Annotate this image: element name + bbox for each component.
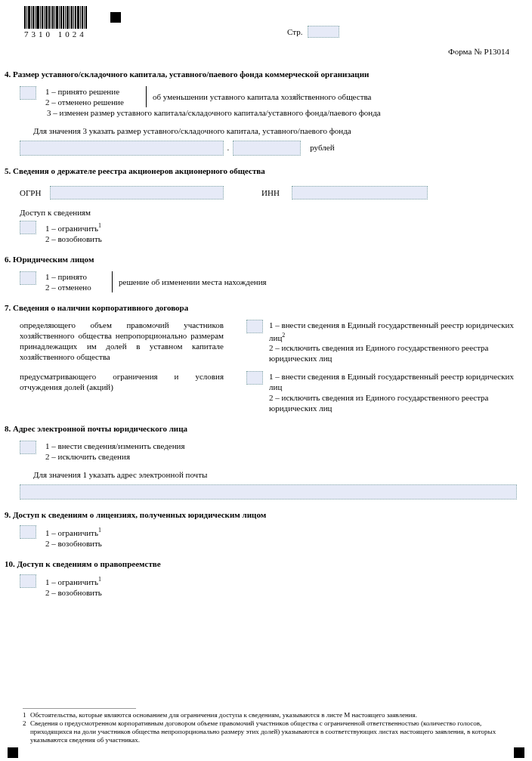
sup-1b: 1 — [98, 527, 101, 534]
alignment-marker — [110, 12, 121, 23]
field-5-access[interactable] — [20, 221, 36, 234]
s5-opt2: 2 – возобновить — [45, 234, 102, 244]
access-label: Доступ к сведениям — [20, 207, 518, 218]
sup-1a: 1 — [98, 222, 101, 229]
alignment-marker — [514, 747, 524, 758]
section-10: 10. Доступ к сведениям о правопреемстве … — [5, 559, 518, 598]
field-10-select[interactable] — [20, 574, 36, 588]
section-10-title: 10. Доступ к сведениям о правопреемстве — [5, 559, 518, 568]
page-field[interactable] — [308, 26, 339, 38]
section-9: 9. Доступ к сведениям о лицензиях, получ… — [5, 510, 518, 549]
barcode-text: 7310 1024 — [24, 29, 88, 39]
fn2-t: Сведения о предусмотренном корпоративным… — [30, 719, 509, 744]
field-7a[interactable] — [246, 320, 263, 333]
s7-leftA: определяющего объем правомочий участнико… — [20, 320, 224, 362]
barcode: 7310 1024 — [24, 6, 88, 39]
field-7b[interactable] — [246, 371, 263, 385]
s6-opt2: 2 – отменено — [45, 282, 106, 292]
s9-opt2: 2 – возобновить — [45, 538, 102, 549]
s7-r1b: 2 – исключить сведения из Единого госуда… — [269, 342, 518, 363]
section-7: 7. Сведения о наличии корпоративного дог… — [5, 303, 518, 414]
section-8-title: 8. Адрес электронной почты юридического … — [5, 424, 518, 433]
section-8: 8. Адрес электронной почты юридического … — [5, 424, 518, 500]
field-8-select[interactable] — [20, 441, 36, 454]
section-4-title: 4. Размер уставного/складочного капитала… — [5, 70, 518, 79]
fn2-n: 2 — [23, 719, 30, 744]
sup-2: 2 — [282, 332, 285, 339]
s4-side: об уменьшении уставного капитала хозяйст… — [153, 91, 371, 102]
ogrn-field[interactable] — [50, 186, 224, 200]
section-6-title: 6. Юридическим лицом — [5, 255, 518, 264]
inn-field[interactable] — [292, 186, 428, 200]
sup-1c: 1 — [98, 576, 101, 583]
str-label: Стр. — [287, 27, 302, 36]
s5-opt1: 1 – ограничить — [45, 224, 98, 233]
s4-opt1: 1 – принято решение — [45, 86, 140, 97]
field-9-select[interactable] — [20, 525, 36, 539]
field-6-select[interactable] — [20, 271, 36, 285]
s7-r2a: 1 – внести сведения в Единый государстве… — [269, 371, 518, 392]
capital-field-int[interactable] — [20, 141, 224, 156]
s4-opt3: 3 – изменен размер уставного капитала/ск… — [47, 107, 518, 118]
s7-leftB: предусматривающего ограничения и условия… — [20, 371, 224, 392]
s6-side: решение об изменении места нахождения — [119, 277, 267, 287]
section-4: 4. Размер уставного/складочного капитала… — [5, 70, 518, 156]
s7-r2b: 2 – исключить сведения из Единого госуда… — [269, 392, 518, 413]
alignment-marker — [8, 747, 18, 758]
s7-r1a: 1 – внести сведения в Единый государстве… — [269, 320, 514, 342]
email-field[interactable] — [20, 484, 517, 500]
form-number: Форма № Р13014 — [448, 47, 509, 56]
field-4-select[interactable] — [20, 86, 36, 100]
s10-opt1: 1 – ограничить — [45, 577, 98, 586]
section-6: 6. Юридическим лицом 1 – принято 2 – отм… — [5, 255, 518, 292]
rub-label: рублей — [310, 143, 334, 152]
s8-opt2: 2 – исключить сведения — [45, 451, 185, 462]
s6-opt1: 1 – принято — [45, 271, 106, 282]
s8-note: Для значения 1 указать адрес электронной… — [33, 469, 518, 480]
fn1-n: 1 — [23, 711, 30, 719]
s8-opt1: 1 – внести сведения/изменить сведения — [45, 441, 185, 451]
footnotes: 1 Обстоятельства, которые являются основ… — [23, 708, 509, 744]
s9-opt1: 1 – ограничить — [45, 528, 98, 537]
section-5-title: 5. Сведения о держателе реестра акционер… — [5, 166, 518, 175]
section-5: 5. Сведения о держателе реестра акционер… — [5, 166, 518, 244]
ogrn-label: ОГРН — [20, 187, 50, 198]
s10-opt2: 2 – возобновить — [45, 587, 102, 598]
page-number-row: Стр. — [287, 26, 339, 38]
capital-field-frac[interactable] — [233, 141, 301, 156]
s4-note: Для значения 3 указать размер уставного/… — [33, 125, 518, 136]
section-9-title: 9. Доступ к сведениям о лицензиях, получ… — [5, 510, 518, 519]
fn1-t: Обстоятельства, которые являются основан… — [30, 711, 509, 719]
section-7-title: 7. Сведения о наличии корпоративного дог… — [5, 303, 518, 312]
inn-label: ИНН — [261, 187, 292, 198]
s4-opt2: 2 – отменено решение — [45, 97, 140, 107]
